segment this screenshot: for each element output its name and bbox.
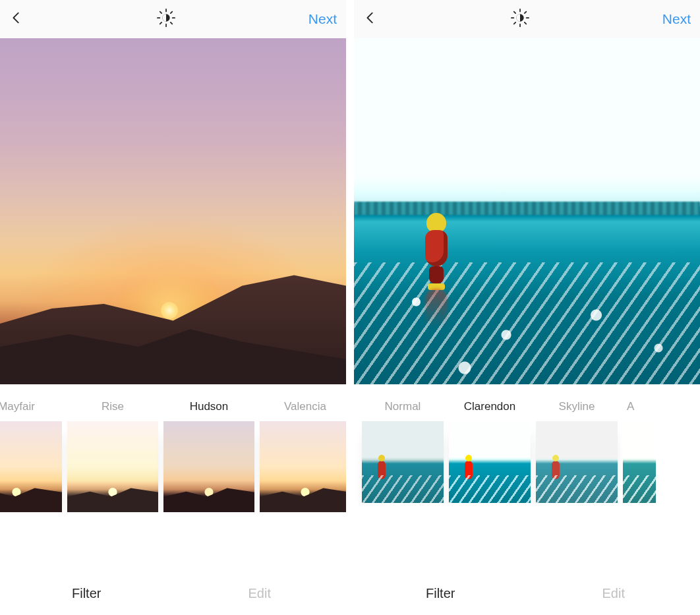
filter-strip: Mayfair Rise Hudson Valencia Filter Edit	[0, 384, 346, 615]
filter-label: Clarendon	[464, 400, 515, 415]
svg-line-6	[171, 22, 172, 24]
next-button[interactable]: Next	[308, 11, 337, 27]
filter-thumb	[449, 421, 531, 503]
tab-filter[interactable]: Filter	[354, 571, 527, 615]
filter-amaro[interactable]: A	[623, 400, 656, 503]
photo-preview[interactable]	[354, 38, 700, 384]
filter-hudson[interactable]: Hudson	[163, 400, 254, 512]
chevron-left-icon	[363, 11, 378, 25]
back-button[interactable]	[9, 11, 24, 28]
subject-child	[420, 213, 453, 292]
filter-label: Skyline	[559, 400, 595, 415]
lux-icon	[157, 9, 175, 27]
editor-screen-left: Next Mayfair Rise Hudson Valencia	[0, 0, 346, 615]
back-button[interactable]	[363, 11, 378, 28]
next-button[interactable]: Next	[662, 11, 691, 27]
filter-thumb	[623, 421, 656, 503]
filter-skyline[interactable]: Skyline	[536, 400, 618, 503]
filter-normal[interactable]: Normal	[362, 400, 444, 503]
filter-label: Normal	[385, 400, 421, 415]
filter-thumb	[67, 421, 158, 512]
filter-valencia[interactable]: Valencia	[260, 400, 346, 512]
filter-label: Mayfair	[0, 400, 35, 415]
filter-strip: Normal Clarendon Skyline A Filter Edit	[354, 384, 700, 615]
photo-preview[interactable]	[0, 38, 346, 384]
lux-button[interactable]	[157, 9, 175, 30]
tab-edit[interactable]: Edit	[173, 571, 347, 615]
header-bar: Next	[354, 0, 700, 38]
bottom-tabs: Filter Edit	[354, 571, 700, 615]
filter-row[interactable]: Normal Clarendon Skyline A	[354, 400, 700, 503]
filter-clarendon[interactable]: Clarendon	[449, 400, 531, 503]
svg-line-14	[514, 12, 515, 13]
svg-line-7	[160, 22, 161, 24]
lux-icon	[511, 9, 529, 27]
filter-thumb	[536, 421, 618, 503]
filter-thumb	[362, 421, 444, 503]
editor-screen-right: Next Normal Clarendon Skyline A	[354, 0, 700, 615]
svg-line-17	[525, 12, 526, 13]
filter-row[interactable]: Mayfair Rise Hudson Valencia	[0, 400, 346, 512]
filter-label: Hudson	[190, 400, 229, 415]
svg-line-16	[514, 22, 515, 24]
bottom-tabs: Filter Edit	[0, 571, 346, 615]
filter-thumb	[163, 421, 254, 512]
tab-edit[interactable]: Edit	[527, 571, 701, 615]
filter-mayfair[interactable]: Mayfair	[0, 400, 62, 512]
filter-thumb	[260, 421, 346, 512]
lux-button[interactable]	[511, 9, 529, 30]
svg-line-5	[160, 12, 161, 13]
svg-line-15	[525, 22, 526, 24]
svg-line-8	[171, 12, 172, 13]
filter-label: A	[623, 400, 634, 415]
filter-thumb	[0, 421, 62, 512]
filter-label: Rise	[102, 400, 124, 415]
filter-rise[interactable]: Rise	[67, 400, 158, 512]
filter-label: Valencia	[284, 400, 326, 415]
header-bar: Next	[0, 0, 346, 38]
tab-filter[interactable]: Filter	[0, 571, 173, 615]
chevron-left-icon	[9, 11, 24, 25]
